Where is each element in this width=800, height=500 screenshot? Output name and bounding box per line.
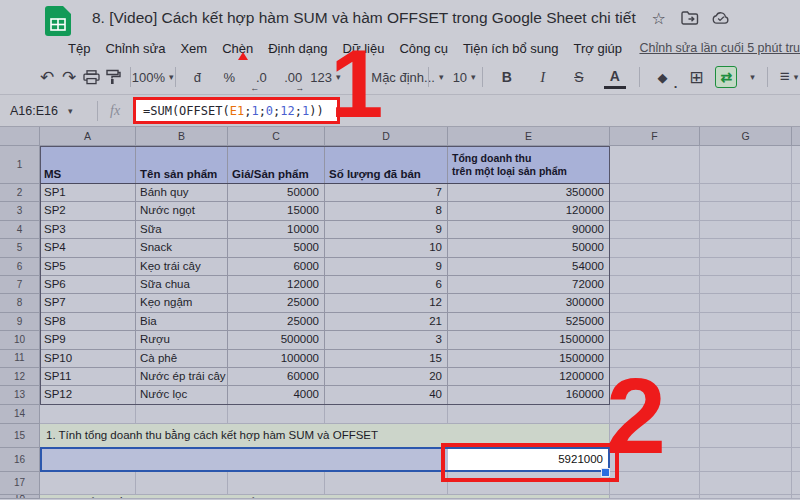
format-percent-button[interactable]: %: [218, 65, 240, 89]
cell[interactable]: 12000: [228, 276, 325, 294]
cell[interactable]: SP12: [40, 386, 136, 404]
formula-input[interactable]: =SUM(OFFSET(E1;1;0;12;1)): [133, 97, 340, 124]
last-edit-link[interactable]: Chỉnh sửa lần cuối 5 phút tru: [639, 41, 800, 55]
row-header[interactable]: 11: [0, 350, 40, 368]
row-header[interactable]: 7: [0, 276, 40, 294]
menu-help[interactable]: Trợ giúp: [574, 41, 623, 56]
cell[interactable]: 100000: [228, 350, 325, 368]
cell[interactable]: 1500000: [448, 331, 610, 349]
cell[interactable]: 15000: [228, 202, 325, 220]
cell[interactable]: 25000: [228, 313, 325, 331]
cell[interactable]: SP10: [40, 350, 136, 368]
cell[interactable]: 525000: [448, 313, 610, 331]
section1-label[interactable]: 1. Tính tổng doanh thu bằng cách kết hợp…: [40, 424, 610, 448]
cell[interactable]: 1500000: [448, 350, 610, 368]
cell[interactable]: 300000: [448, 294, 610, 312]
menu-view[interactable]: Xem: [180, 41, 207, 56]
menu-addons[interactable]: Tiện ích bổ sung: [463, 41, 559, 56]
cell[interactable]: 4000: [228, 386, 325, 404]
cell[interactable]: SP8: [40, 313, 136, 331]
row-header[interactable]: 3: [0, 202, 40, 220]
cell[interactable]: Bia: [136, 313, 228, 331]
menu-format[interactable]: Định dạng: [268, 41, 327, 56]
column-header-b[interactable]: B: [136, 127, 228, 146]
cell-e1[interactable]: Tổng doanh thutrên một loại sản phẩm: [448, 146, 610, 184]
cell[interactable]: 54000: [448, 258, 610, 276]
print-button[interactable]: [80, 65, 102, 89]
cell[interactable]: 25000: [228, 294, 325, 312]
cell[interactable]: Sữa chua: [136, 276, 228, 294]
cell-c1[interactable]: Giá/Sản phẩm: [228, 146, 325, 184]
row-header[interactable]: 13: [0, 386, 40, 404]
cell[interactable]: 12: [325, 294, 448, 312]
cell[interactable]: 10: [325, 239, 448, 257]
cell[interactable]: 21: [325, 313, 448, 331]
cell[interactable]: 40: [325, 386, 448, 404]
cell[interactable]: 90000: [448, 221, 610, 239]
borders-button[interactable]: ⊞: [685, 65, 707, 89]
cell[interactable]: SP6: [40, 276, 136, 294]
menu-tools[interactable]: Công cụ: [399, 41, 447, 56]
menu-data[interactable]: Dữ liệu: [343, 41, 385, 56]
cell[interactable]: 72000: [448, 276, 610, 294]
cell[interactable]: Nước ép trái cây: [136, 368, 228, 386]
cell[interactable]: 6000: [228, 258, 325, 276]
row-header[interactable]: 14: [0, 405, 40, 424]
cell[interactable]: 50000: [448, 239, 610, 257]
merge-cells-dropdown[interactable]: ▾: [739, 65, 761, 89]
cell[interactable]: 60000: [228, 368, 325, 386]
fill-color-button[interactable]: ◆: [651, 65, 673, 89]
row-header[interactable]: 18: [0, 495, 40, 500]
row-header[interactable]: 15: [0, 424, 40, 448]
cell[interactable]: Kẹo trái cây: [136, 258, 228, 276]
undo-button[interactable]: ↶: [36, 65, 58, 89]
cell[interactable]: Kẹo ngậm: [136, 294, 228, 312]
cell[interactable]: 9: [325, 221, 448, 239]
star-icon[interactable]: ☆: [650, 9, 668, 27]
decrease-decimal-button[interactable]: .0←: [250, 65, 272, 89]
format-currency-button[interactable]: đ: [186, 65, 208, 89]
column-header-f[interactable]: F: [610, 127, 700, 146]
cell[interactable]: 3: [325, 331, 448, 349]
font-family-select[interactable]: Mặc định...▾: [369, 65, 416, 89]
row-header[interactable]: 16: [0, 448, 40, 472]
cell[interactable]: 8: [325, 202, 448, 220]
row-header[interactable]: 6: [0, 258, 40, 276]
row-header[interactable]: 4: [0, 221, 40, 239]
cell[interactable]: 6: [325, 276, 448, 294]
cell[interactable]: SP3: [40, 221, 136, 239]
menu-edit[interactable]: Chỉnh sửa: [105, 41, 165, 56]
cell[interactable]: Bánh quy: [136, 184, 228, 202]
active-cell-e16[interactable]: 5921000: [448, 448, 610, 472]
cell[interactable]: SP4: [40, 239, 136, 257]
cell[interactable]: SP7: [40, 294, 136, 312]
column-header-e[interactable]: E: [448, 127, 610, 146]
paint-format-button[interactable]: [102, 65, 124, 89]
row-header[interactable]: 12: [0, 368, 40, 386]
cell[interactable]: 350000: [448, 184, 610, 202]
move-to-folder-icon[interactable]: [681, 9, 699, 27]
cell[interactable]: 7: [325, 184, 448, 202]
cell[interactable]: Nước lọc: [136, 386, 228, 404]
cell[interactable]: Cà phê: [136, 350, 228, 368]
cell[interactable]: SP5: [40, 258, 136, 276]
italic-button[interactable]: I: [532, 65, 554, 89]
font-size-select[interactable]: 10▾: [449, 65, 477, 89]
column-header-g[interactable]: G: [700, 127, 792, 146]
cell[interactable]: 9: [325, 258, 448, 276]
cell[interactable]: 10000: [228, 221, 325, 239]
cell-a1[interactable]: MS: [40, 146, 136, 184]
bold-button[interactable]: B: [496, 65, 518, 89]
fill-handle[interactable]: [601, 468, 610, 477]
horizontal-align-button[interactable]: ≡▾: [778, 65, 800, 89]
redo-button[interactable]: ↷: [58, 65, 80, 89]
menu-file[interactable]: Tệp: [68, 41, 90, 56]
zoom-select[interactable]: 100%▾: [137, 65, 169, 89]
document-title[interactable]: 8. [Video] Cách kết hợp hàm SUM và hàm O…: [92, 9, 636, 27]
cell[interactable]: Rượu: [136, 331, 228, 349]
strikethrough-button[interactable]: S: [568, 65, 590, 89]
cell[interactable]: Sữa: [136, 221, 228, 239]
cell[interactable]: 160000: [448, 386, 610, 404]
row-header[interactable]: 5: [0, 239, 40, 257]
cell[interactable]: SP2: [40, 202, 136, 220]
